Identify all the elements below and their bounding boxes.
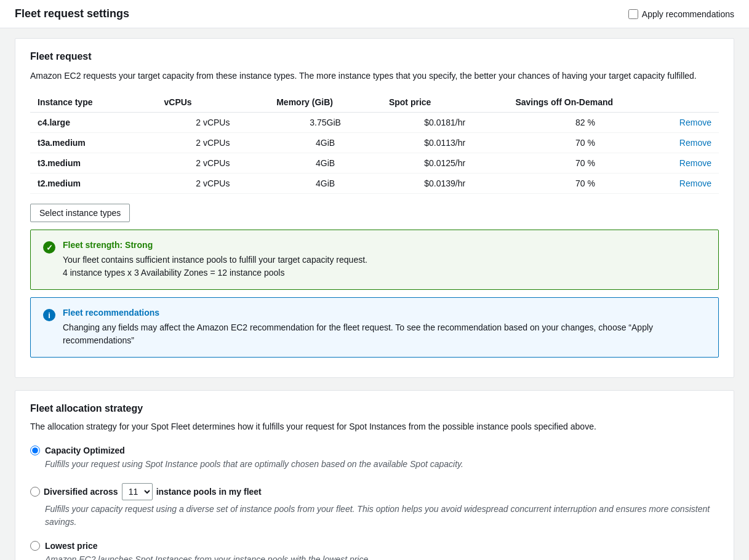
cell-spot-price: $0.0139/hr <box>382 174 508 194</box>
col-instance-type: Instance type <box>30 92 157 113</box>
remove-link[interactable]: Remove <box>679 178 711 188</box>
cell-savings: 82 % <box>508 113 662 133</box>
cell-instance-type: t3a.medium <box>30 133 157 153</box>
cell-vcpus: 2 vCPUs <box>157 113 270 133</box>
table-row: t3a.medium 2 vCPUs 4GiB $0.0113/hr 70 % … <box>30 133 719 153</box>
lowest-price-label[interactable]: Lowest price <box>45 541 719 551</box>
cell-spot-price: $0.0113/hr <box>382 133 508 153</box>
fleet-recommendations-text: Changing any fields may affect the Amazo… <box>63 321 706 347</box>
diversified-option: Diversified across 11 1 2 3 4 5 6 7 8 9 … <box>30 483 719 529</box>
col-savings: Savings off On-Demand <box>508 92 662 113</box>
fleet-recommendations-content: Fleet recommendations Changing any field… <box>63 308 706 347</box>
lowest-price-description: Amazon EC2 launches Spot Instances from … <box>45 553 719 560</box>
page-title: Fleet request settings <box>15 7 129 20</box>
fleet-strength-line1: Your fleet contains sufficient instance … <box>63 254 367 266</box>
fleet-recommendations-alert: i Fleet recommendations Changing any fie… <box>30 297 719 358</box>
capacity-optimized-text: Capacity Optimized <box>45 446 125 455</box>
cell-spot-price: $0.0125/hr <box>382 153 508 174</box>
col-memory: Memory (GiB) <box>269 92 382 113</box>
capacity-optimized-radio[interactable] <box>30 446 40 455</box>
table-row: c4.large 2 vCPUs 3.75GiB $0.0181/hr 82 %… <box>30 113 719 133</box>
page-header: Fleet request settings Apply recommendat… <box>0 0 749 28</box>
fleet-request-section: Fleet request Amazon EC2 requests your t… <box>15 38 734 378</box>
fleet-strength-alert: ✓ Fleet strength: Strong Your fleet cont… <box>30 230 719 290</box>
cell-savings: 70 % <box>508 153 662 174</box>
cell-action: Remove <box>663 133 719 153</box>
main-content: Fleet request Amazon EC2 requests your t… <box>0 28 749 560</box>
remove-link[interactable]: Remove <box>679 118 711 127</box>
diversified-description: Fulfills your capacity request using a d… <box>45 503 719 529</box>
cell-vcpus: 2 vCPUs <box>157 174 270 194</box>
table-row: t3.medium 2 vCPUs 4GiB $0.0125/hr 70 % R… <box>30 153 719 174</box>
col-action <box>663 92 719 113</box>
diversified-row: Diversified across 11 1 2 3 4 5 6 7 8 9 … <box>45 483 719 500</box>
diversified-suffix: instance pools in my fleet <box>156 487 262 497</box>
capacity-optimized-option: Capacity Optimized Fulfills your request… <box>30 446 719 471</box>
cell-vcpus: 2 vCPUs <box>157 153 270 174</box>
info-circle-icon: i <box>43 309 55 321</box>
lowest-price-option: Lowest price Amazon EC2 launches Spot In… <box>30 541 719 560</box>
select-instance-types-button[interactable]: Select instance types <box>30 204 130 222</box>
allocation-description: The allocation strategy for your Spot Fl… <box>30 420 719 433</box>
cell-memory: 4GiB <box>269 133 382 153</box>
fleet-request-title: Fleet request <box>30 51 719 62</box>
allocation-title: Fleet allocation strategy <box>30 403 719 414</box>
remove-link[interactable]: Remove <box>679 158 711 168</box>
cell-action: Remove <box>663 174 719 194</box>
cell-instance-type: t2.medium <box>30 174 157 194</box>
diversified-prefix: Diversified across <box>44 487 118 497</box>
info-icon: i <box>43 309 55 321</box>
cell-action: Remove <box>663 153 719 174</box>
lowest-price-radio[interactable] <box>30 541 40 551</box>
cell-savings: 70 % <box>508 133 662 153</box>
capacity-optimized-label[interactable]: Capacity Optimized <box>45 446 719 455</box>
fleet-strength-content: Fleet strength: Strong Your fleet contai… <box>63 240 367 279</box>
apply-recommendations-checkbox[interactable] <box>628 9 638 19</box>
fleet-request-description: Amazon EC2 requests your target capacity… <box>30 70 719 82</box>
remove-link[interactable]: Remove <box>679 138 711 148</box>
capacity-optimized-description: Fulfills your request using Spot Instanc… <box>45 458 719 471</box>
cell-instance-type: c4.large <box>30 113 157 133</box>
cell-spot-price: $0.0181/hr <box>382 113 508 133</box>
apply-recommendations-label[interactable]: Apply recommendations <box>628 9 734 19</box>
fleet-strength-line2: 4 instance types x 3 Availability Zones … <box>63 266 367 279</box>
success-icon: ✓ <box>43 241 55 254</box>
cell-memory: 3.75GiB <box>269 113 382 133</box>
cell-memory: 4GiB <box>269 174 382 194</box>
allocation-strategy-section: Fleet allocation strategy The allocation… <box>15 390 734 560</box>
col-spot-price: Spot price <box>382 92 508 113</box>
fleet-strength-title: Fleet strength: Strong <box>63 240 367 250</box>
cell-action: Remove <box>663 113 719 133</box>
instance-table: Instance type vCPUs Memory (GiB) Spot pr… <box>30 92 719 194</box>
cell-instance-type: t3.medium <box>30 153 157 174</box>
lowest-price-text: Lowest price <box>45 541 98 551</box>
fleet-recommendations-title: Fleet recommendations <box>63 308 706 318</box>
diversified-radio[interactable] <box>30 487 40 497</box>
apply-recommendations-text: Apply recommendations <box>642 9 734 19</box>
cell-vcpus: 2 vCPUs <box>157 133 270 153</box>
diversified-pools-select[interactable]: 11 1 2 3 4 5 6 7 8 9 10 12 13 14 15 16 1 <box>122 483 153 500</box>
table-row: t2.medium 2 vCPUs 4GiB $0.0139/hr 70 % R… <box>30 174 719 194</box>
cell-memory: 4GiB <box>269 153 382 174</box>
col-vcpus: vCPUs <box>157 92 270 113</box>
check-circle-icon: ✓ <box>43 241 55 254</box>
cell-savings: 70 % <box>508 174 662 194</box>
